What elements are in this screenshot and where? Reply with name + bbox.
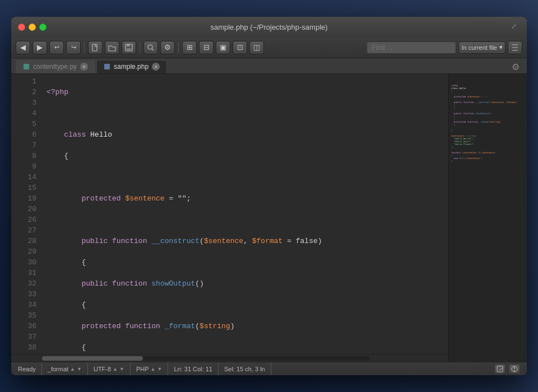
code-line-8: public function __construct($sentence, $… bbox=[47, 236, 448, 246]
line-num-20: 20 bbox=[11, 204, 36, 214]
view-button-3[interactable]: ▣ bbox=[216, 41, 230, 54]
tab-samplephp[interactable]: sample.php × bbox=[96, 60, 167, 73]
function-arrow-up: ▲ bbox=[70, 366, 75, 372]
python-file-icon bbox=[23, 63, 30, 70]
status-encoding[interactable]: UTF-8 ▲ ▼ bbox=[88, 362, 131, 375]
line-num-5: 5 bbox=[11, 119, 36, 129]
code-area[interactable]: 1 2 3 4 5 6 7 8 9 14 15 19 20 26 27 28 2 bbox=[11, 74, 448, 354]
line-num-2: 2 bbox=[11, 87, 36, 97]
line-num-9: 9 bbox=[11, 161, 36, 172]
status-icon-1[interactable] bbox=[494, 364, 505, 374]
statusbar: Ready _format ▲ ▼ UTF-8 ▲ ▼ PHP ▲ ▼ Ln: bbox=[11, 362, 527, 375]
svg-rect-6 bbox=[104, 64, 110, 69]
scrollbar-track bbox=[42, 356, 370, 361]
encoding-dropdown[interactable]: UTF-8 ▲ ▼ bbox=[94, 366, 124, 372]
tab-close-samplephp[interactable]: × bbox=[152, 63, 160, 71]
encoding-arrow-up: ▲ bbox=[113, 366, 118, 372]
tab-settings-button[interactable]: ⚙ bbox=[509, 60, 522, 73]
line-num-14: 14 bbox=[11, 172, 36, 183]
code-editor[interactable]: 1 2 3 4 5 6 7 8 9 14 15 19 20 26 27 28 2 bbox=[11, 74, 448, 362]
encoding-text: UTF-8 bbox=[94, 366, 111, 372]
toolbar: ◀ ▶ ↩ ↪ bbox=[11, 37, 527, 58]
line-num-27: 27 bbox=[11, 225, 36, 236]
line-num-33: 33 bbox=[11, 289, 36, 300]
line-num-30: 30 bbox=[11, 257, 36, 268]
code-line-7 bbox=[47, 214, 448, 225]
line-num-6: 6 bbox=[11, 129, 36, 140]
line-num-26: 26 bbox=[11, 214, 36, 225]
back-button[interactable]: ◀ bbox=[16, 41, 30, 54]
minimize-button[interactable] bbox=[29, 24, 36, 31]
function-dropdown[interactable]: _format ▲ ▼ bbox=[48, 366, 82, 372]
function-name: _format bbox=[48, 366, 68, 372]
code-content[interactable]: <?php class Hello { protected $sentence … bbox=[42, 74, 448, 354]
code-line-2 bbox=[47, 108, 448, 119]
expand-icon[interactable]: ⤢ bbox=[511, 22, 520, 31]
status-icon-2[interactable] bbox=[509, 364, 520, 374]
window-title: sample.php (~/Projects/php-sample) bbox=[210, 23, 327, 31]
code-line-14: public function showOutput() bbox=[47, 278, 448, 289]
line-num-8: 8 bbox=[11, 151, 36, 161]
line-num-38: 38 bbox=[11, 342, 36, 353]
line-num-19: 19 bbox=[11, 193, 36, 204]
search-button[interactable] bbox=[143, 41, 158, 54]
view-button-1[interactable]: ⊞ bbox=[182, 41, 197, 54]
line-numbers: 1 2 3 4 5 6 7 8 9 14 15 19 20 26 27 28 2 bbox=[11, 74, 42, 354]
language-arrow-down: ▼ bbox=[157, 366, 163, 372]
line-num-28: 28 bbox=[11, 236, 36, 246]
line-num-7: 7 bbox=[11, 140, 36, 151]
svg-rect-2 bbox=[127, 44, 130, 46]
tab-close-contenttype[interactable]: × bbox=[80, 63, 88, 71]
new-file-button[interactable] bbox=[88, 41, 103, 54]
code-line-4: { bbox=[47, 151, 448, 161]
search-input[interactable] bbox=[367, 41, 456, 54]
language-text: PHP bbox=[136, 366, 149, 372]
line-num-31: 31 bbox=[11, 268, 36, 278]
files-button[interactable] bbox=[508, 41, 522, 54]
maximize-button[interactable] bbox=[39, 24, 47, 31]
position-text: Ln: 31 Col: 11 bbox=[174, 366, 212, 372]
svg-rect-3 bbox=[127, 48, 131, 50]
svg-rect-5 bbox=[24, 64, 29, 69]
search-scope-dropdown[interactable]: In current file ▾ bbox=[458, 41, 505, 54]
view-button-4[interactable]: ⊡ bbox=[233, 41, 247, 54]
line-num-32: 32 bbox=[11, 278, 36, 289]
search-area: In current file ▾ bbox=[367, 41, 522, 54]
back2-button[interactable]: ↩ bbox=[49, 41, 64, 54]
php-file-icon bbox=[104, 63, 110, 70]
line-num-4: 4 bbox=[11, 108, 36, 119]
toolbar-separator-2 bbox=[140, 42, 140, 53]
function-arrow-down: ▼ bbox=[77, 366, 82, 372]
svg-point-4 bbox=[148, 45, 152, 49]
chevron-down-icon: ▾ bbox=[499, 44, 503, 51]
code-line-3: class Hello bbox=[47, 129, 448, 140]
view-button-5[interactable]: ◫ bbox=[249, 41, 264, 54]
status-position: Ln: 31 Col: 11 bbox=[168, 362, 219, 375]
status-language[interactable]: PHP ▲ ▼ bbox=[131, 362, 168, 375]
code-line-20: { bbox=[47, 342, 448, 353]
horizontal-scrollbar[interactable] bbox=[11, 354, 448, 362]
minimap-content: <?php class Hello { protected $sentence … bbox=[451, 81, 525, 165]
scrollbar-thumb[interactable] bbox=[42, 356, 143, 361]
open-folder-button[interactable] bbox=[105, 41, 119, 54]
line-num-3: 3 bbox=[11, 97, 36, 108]
tab-label-samplephp: sample.php bbox=[114, 63, 149, 71]
status-selection: Sel: 15 ch, 3 ln bbox=[219, 362, 271, 375]
close-button[interactable] bbox=[18, 24, 25, 31]
minimap: <?php class Hello { protected $sentence … bbox=[448, 74, 527, 362]
main-content: 1 2 3 4 5 6 7 8 9 14 15 19 20 26 27 28 2 bbox=[11, 74, 527, 362]
language-dropdown[interactable]: PHP ▲ ▼ bbox=[136, 366, 162, 372]
tab-contenttype[interactable]: contenttype.py × bbox=[16, 60, 95, 73]
forward2-button[interactable]: ↪ bbox=[66, 41, 81, 54]
svg-rect-0 bbox=[92, 44, 97, 51]
status-function[interactable]: _format ▲ ▼ bbox=[42, 362, 88, 375]
code-line-15: { bbox=[47, 300, 448, 310]
view-button-2[interactable]: ⊟ bbox=[199, 41, 214, 54]
save-button[interactable] bbox=[122, 41, 136, 54]
tabbar: contenttype.py × sample.php × ⚙ bbox=[11, 58, 527, 74]
line-num-29: 29 bbox=[11, 246, 36, 257]
settings-button[interactable]: ⚙ bbox=[160, 41, 175, 54]
forward-button[interactable]: ▶ bbox=[33, 41, 47, 54]
selection-text: Sel: 15 ch, 3 ln bbox=[224, 366, 265, 372]
line-num-37: 37 bbox=[11, 332, 36, 342]
